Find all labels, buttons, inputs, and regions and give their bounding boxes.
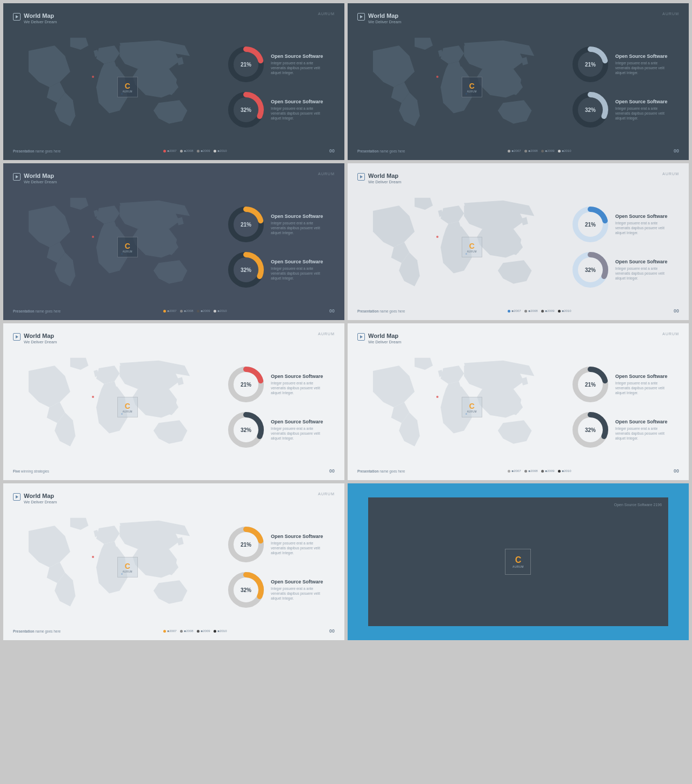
legend-item: ■2007: [508, 469, 521, 473]
chart-text-1: Open Source Software Integer posuere era…: [271, 579, 325, 601]
slide-footer: Presentation name goes here ■2007 ■2008 …: [357, 308, 679, 314]
brand-label: AURUM: [318, 492, 335, 496]
logo-badge: C AURUM: [117, 397, 138, 417]
map-dot-1: [92, 76, 94, 78]
donut-label-1: 32%: [585, 427, 596, 433]
chart-title-0: Open Source Software: [615, 54, 669, 59]
legend-dot: [163, 630, 166, 633]
chart-text-0: Open Source Software Integer posuere era…: [271, 534, 325, 555]
chart-desc-1: Integer posuere erat a ante venenatis da…: [271, 106, 325, 121]
legend-dot: [524, 470, 527, 473]
slide-content: C AURUM 21% Open Source Software Integer…: [13, 509, 335, 625]
logo-badge: C AURUM: [462, 237, 482, 257]
legend-dot: [558, 310, 561, 313]
donut-chart-1: 32%: [571, 250, 610, 289]
legend-dot: [214, 150, 216, 152]
slide-title: World Map: [24, 492, 57, 500]
footer-num: 00: [329, 148, 335, 154]
title-block: World Map We Deliver Dream: [13, 12, 57, 25]
footer-num: 00: [674, 308, 679, 314]
title-block: World Map We Deliver Dream: [13, 172, 57, 185]
donut-label-0: 21%: [585, 62, 596, 68]
slide-3: World Map We Deliver Dream AURUM: [3, 163, 344, 320]
legend-item: ■2007: [163, 309, 177, 313]
map-area: C AURUM: [13, 29, 221, 145]
donut-label-1: 32%: [241, 107, 251, 113]
legend-dot: [197, 630, 199, 633]
map-dot-1: [92, 556, 94, 558]
legend-item: ■2010: [214, 149, 227, 152]
chart-text-0: Open Source Software Integer posuere era…: [271, 214, 325, 235]
chart-title-0: Open Source Software: [271, 54, 325, 59]
donut-chart-1: 32%: [227, 250, 265, 289]
slide-title: World Map: [24, 12, 57, 19]
title-block: World Map We Deliver Dream: [357, 172, 401, 185]
legend-item: ■2009: [541, 149, 555, 152]
slide-5: World Map We Deliver Dream AURUM: [3, 323, 344, 480]
donut-chart-0: 21%: [227, 45, 265, 84]
brand-label: AURUM: [318, 12, 335, 16]
legend-item: ■2010: [558, 469, 571, 473]
legend-dot: [180, 310, 183, 313]
legend-item: ■2008: [180, 629, 194, 633]
charts-area: 21% Open Source Software Integer posuere…: [227, 525, 335, 609]
brand-label: AURUM: [662, 172, 679, 176]
donut-chart-1: 32%: [571, 410, 610, 449]
title-block: World Map We Deliver Dream: [357, 332, 401, 345]
donut-label-1: 32%: [241, 427, 251, 433]
title-block: World Map We Deliver Dream: [357, 12, 401, 25]
donut-label-1: 32%: [585, 107, 596, 113]
chart-text-0: Open Source Software Integer posuere era…: [271, 374, 325, 395]
legend-dot: [508, 150, 510, 152]
legend-year: ■2010: [562, 149, 571, 152]
footer-legend: ■2007 ■2008 ■2009 ■2010: [163, 629, 227, 633]
play-icon: [13, 333, 21, 341]
donut-label-1: 32%: [585, 267, 596, 273]
legend-year: ■2008: [184, 629, 194, 633]
legend-dot: [524, 310, 527, 313]
legend-dot: [180, 150, 183, 152]
legend-year: ■2010: [218, 309, 227, 313]
legend-year: ■2007: [512, 469, 521, 473]
footer-num: 00: [674, 468, 679, 474]
legend-dot: [524, 150, 527, 152]
legend-year: ■2010: [218, 149, 227, 152]
slide-header: World Map We Deliver Dream AURUM: [13, 12, 335, 25]
chart-title-1: Open Source Software: [271, 579, 325, 584]
chart-desc-1: Integer posuere erat a ante venenatis da…: [271, 426, 325, 441]
map-dot-1: [436, 76, 438, 78]
slide-title: World Map: [368, 172, 401, 180]
brand-label: AURUM: [662, 12, 679, 16]
slide-footer: Presentation name goes here ■2007 ■2008 …: [13, 628, 335, 634]
title-text: World Map We Deliver Dream: [368, 12, 401, 25]
legend-year: ■2009: [545, 309, 555, 313]
legend-year: ■2008: [529, 469, 538, 473]
legend-year: ■2009: [545, 149, 555, 152]
chart-item-1: 32% Open Source Software Integer posuere…: [227, 250, 335, 289]
donut-label-1: 32%: [241, 587, 251, 593]
slide-header: World Map We Deliver Dream AURUM: [13, 492, 335, 505]
legend-dot: [558, 470, 561, 473]
play-icon: [357, 173, 365, 181]
legend-year: ■2007: [168, 629, 177, 633]
legend-year: ■2008: [529, 309, 538, 313]
title-text: World Map We Deliver Dream: [24, 172, 57, 185]
chart-item-1: 32% Open Source Software Integer posuere…: [571, 90, 679, 129]
chart-item-1: 32% Open Source Software Integer posuere…: [227, 90, 335, 129]
legend-dot: [541, 310, 544, 313]
slide-6: World Map We Deliver Dream AURUM: [348, 323, 689, 480]
legend-dot: [541, 150, 544, 152]
slide-subtitle: We Deliver Dream: [368, 180, 401, 185]
legend-item: ■2008: [524, 149, 538, 152]
chart-desc-1: Integer posuere erat a ante venenatis da…: [615, 266, 669, 281]
chart-item-1: 32% Open Source Software Integer posuere…: [571, 410, 679, 449]
legend-item: ■2007: [163, 149, 177, 152]
slide-subtitle: We Deliver Dream: [24, 500, 57, 505]
legend-year: ■2009: [201, 149, 210, 152]
legend-year: ■2007: [512, 309, 521, 313]
title-text: World Map We Deliver Dream: [368, 332, 401, 345]
charts-area: 21% Open Source Software Integer posuere…: [227, 365, 335, 449]
slide-subtitle: We Deliver Dream: [368, 340, 401, 345]
legend-item: ■2007: [163, 629, 177, 633]
slide-subtitle: We Deliver Dream: [24, 19, 57, 25]
